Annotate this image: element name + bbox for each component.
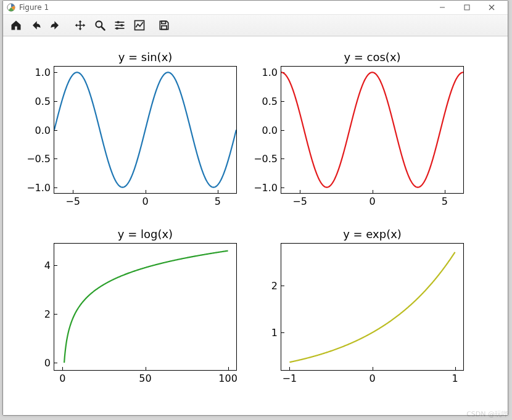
xtick-label: 50 bbox=[139, 370, 151, 384]
axes-title: y = sin(x) bbox=[54, 51, 236, 64]
ytick-label: 0.0 bbox=[35, 124, 54, 136]
back-icon[interactable] bbox=[27, 17, 45, 34]
svg-rect-8 bbox=[117, 21, 119, 23]
ytick-label: 0.0 bbox=[262, 124, 281, 136]
xtick-label: 0 bbox=[369, 193, 375, 207]
pan-icon[interactable] bbox=[71, 17, 89, 34]
xtick-label: 100 bbox=[218, 370, 237, 384]
svg-line-6 bbox=[102, 27, 105, 30]
zoom-icon[interactable] bbox=[91, 17, 109, 34]
xtick-label: 0 bbox=[369, 370, 375, 384]
plot-line bbox=[54, 244, 236, 370]
figure-canvas[interactable]: y = sin(x)−505−1.0−0.50.00.51.0 y = cos(… bbox=[3, 36, 508, 415]
configure-subplots-icon[interactable] bbox=[110, 17, 129, 34]
subplot-log: y = log(x)050100024 bbox=[54, 243, 237, 371]
toolbar bbox=[3, 15, 508, 36]
home-icon[interactable] bbox=[7, 17, 25, 34]
plot-line bbox=[281, 67, 463, 193]
xtick-label: −1 bbox=[283, 370, 297, 384]
ytick-label: −0.5 bbox=[254, 153, 281, 165]
xtick-label: 0 bbox=[59, 370, 65, 384]
xtick-label: −5 bbox=[292, 193, 307, 207]
xtick-label: 0 bbox=[142, 193, 148, 207]
forward-icon[interactable] bbox=[46, 17, 65, 34]
ytick-label: −1.0 bbox=[254, 181, 281, 193]
ytick-label: −1.0 bbox=[27, 181, 54, 193]
plot-line bbox=[281, 244, 463, 370]
svg-rect-2 bbox=[465, 5, 469, 10]
save-icon[interactable] bbox=[155, 17, 173, 34]
subplot-exp: y = exp(x)−10112 bbox=[281, 243, 464, 371]
titlebar: Figure 1 bbox=[3, 1, 508, 15]
axes-title: y = log(x) bbox=[54, 228, 236, 241]
ytick-label: 0 bbox=[44, 357, 54, 369]
xtick-label: 5 bbox=[215, 193, 221, 207]
plot-line bbox=[54, 67, 236, 193]
subplot-cos: y = cos(x)−505−1.0−0.50.00.51.0 bbox=[281, 66, 464, 194]
subplot-sin: y = sin(x)−505−1.0−0.50.00.51.0 bbox=[54, 66, 237, 194]
ytick-label: 0.5 bbox=[35, 95, 54, 107]
ytick-label: 2 bbox=[44, 308, 54, 320]
matplotlib-icon bbox=[7, 3, 15, 12]
xtick-label: 5 bbox=[442, 193, 448, 207]
window-title: Figure 1 bbox=[19, 3, 49, 12]
figure-window: Figure 1 bbox=[2, 0, 508, 416]
ytick-label: 0.5 bbox=[262, 95, 281, 107]
edit-axis-icon[interactable] bbox=[130, 17, 149, 34]
xtick-label: −5 bbox=[65, 193, 80, 207]
maximize-button[interactable] bbox=[455, 1, 479, 14]
ytick-label: −0.5 bbox=[27, 153, 54, 165]
svg-rect-14 bbox=[162, 21, 166, 23]
svg-rect-15 bbox=[162, 26, 167, 30]
xtick-label: 1 bbox=[452, 370, 458, 384]
close-button[interactable] bbox=[479, 1, 504, 14]
ytick-label: 2 bbox=[271, 280, 281, 292]
axes-title: y = cos(x) bbox=[281, 51, 463, 64]
ytick-label: 1.0 bbox=[262, 67, 281, 78]
ytick-label: 1 bbox=[271, 327, 281, 339]
svg-rect-12 bbox=[116, 27, 118, 29]
ytick-label: 1.0 bbox=[35, 67, 54, 78]
axes-title: y = exp(x) bbox=[281, 228, 463, 241]
svg-rect-10 bbox=[121, 24, 123, 26]
ytick-label: 4 bbox=[44, 260, 54, 271]
minimize-button[interactable] bbox=[430, 1, 455, 14]
